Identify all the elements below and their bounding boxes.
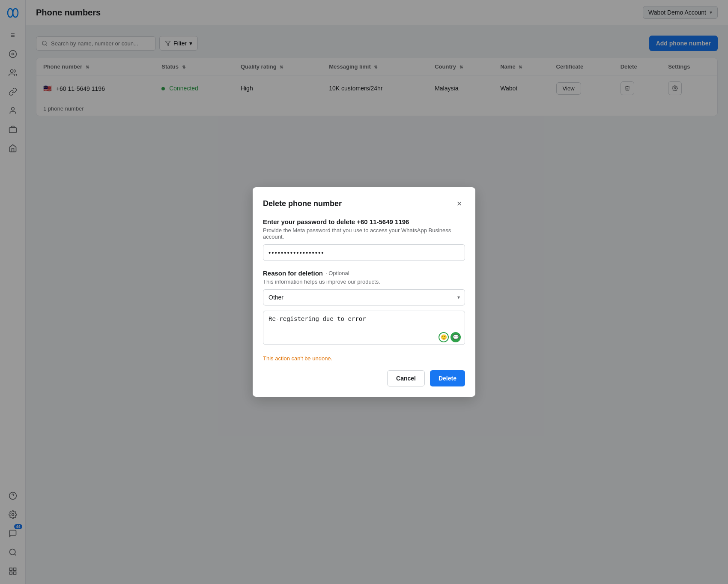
emoji-icon-1[interactable]: 🙂 [439,332,449,342]
reason-select[interactable]: Other Business closed Switching provider… [263,289,465,305]
cancel-button[interactable]: Cancel [387,370,425,386]
modal-title: Delete phone number [263,199,342,208]
delete-phone-modal: Delete phone number ✕ Enter your passwor… [253,187,475,397]
modal-footer: Cancel Delete [263,370,465,386]
modal-header: Delete phone number ✕ [263,198,465,210]
modal-overlay: Delete phone number ✕ Enter your passwor… [0,0,728,584]
optional-label: · Optional [325,270,349,276]
password-label: Enter your password to delete +60 11-564… [263,218,465,225]
reason-row: Reason for deletion · Optional [263,270,465,277]
reason-label: Reason for deletion [263,270,323,277]
password-sublabel: Provide the Meta password that you use t… [263,227,465,240]
reason-textarea[interactable]: Re-registering due to error [263,311,465,345]
emoji-icon-2[interactable]: 💬 [451,332,461,342]
password-section: Enter your password to delete +60 11-564… [263,218,465,261]
warning-text: This action can't be undone. [263,355,465,362]
textarea-icons: 🙂 💬 [439,332,461,342]
reason-select-wrapper: Other Business closed Switching provider… [263,289,465,305]
password-input[interactable] [263,244,465,261]
modal-close-button[interactable]: ✕ [453,198,465,210]
reason-section: Reason for deletion · Optional This info… [263,270,465,347]
delete-button[interactable]: Delete [430,370,465,386]
textarea-wrapper: Re-registering due to error 🙂 💬 [263,311,465,347]
reason-help: This information helps us improve our pr… [263,279,465,285]
